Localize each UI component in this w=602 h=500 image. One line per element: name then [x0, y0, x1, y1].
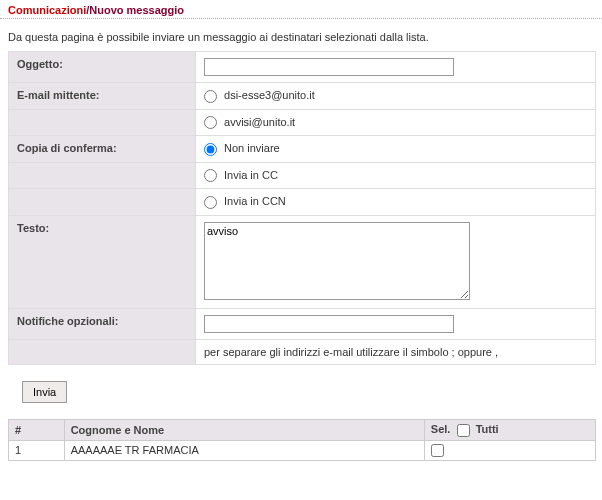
col-select: Sel. Tutti — [424, 419, 595, 440]
confirm-label-empty-2 — [9, 189, 196, 216]
sender-label-empty — [9, 109, 196, 136]
confirm-option-0-text: Non inviare — [224, 142, 280, 154]
recipients-table: # Cognome e Nome Sel. Tutti 1 AAAAAAE TR… — [8, 419, 596, 461]
confirm-option-2-text: Invia in CCN — [224, 195, 286, 207]
notify-help-empty — [9, 339, 196, 364]
sender-option-1-text: avvisi@unito.it — [224, 116, 295, 128]
confirm-option-2[interactable]: Invia in CCN — [204, 195, 286, 207]
sender-option-0[interactable]: dsi-esse3@unito.it — [204, 89, 315, 101]
table-row: 1 AAAAAAE TR FARMACIA — [9, 440, 596, 461]
select-all-label: Tutti — [476, 423, 499, 435]
col-index: # — [9, 419, 65, 440]
sender-radio-0[interactable] — [204, 90, 217, 103]
message-form: Oggetto: E-mail mittente: dsi-esse3@unit… — [8, 51, 596, 365]
confirm-label-empty-1 — [9, 162, 196, 189]
send-button[interactable]: Invia — [22, 381, 67, 403]
page-header: Comunicazioni/Nuovo messaggio — [0, 0, 602, 19]
confirm-radio-0[interactable] — [204, 143, 217, 156]
col-select-label: Sel. — [431, 423, 451, 435]
sender-option-0-text: dsi-esse3@unito.it — [224, 89, 315, 101]
page-description: Da questa pagina è possibile inviare un … — [0, 19, 602, 51]
sender-label: E-mail mittente: — [9, 83, 196, 110]
notify-help-text: per separare gli indirizzi e-mail utiliz… — [196, 339, 596, 364]
row-name: AAAAAAE TR FARMACIA — [64, 440, 424, 461]
breadcrumb-part-2: Nuovo messaggio — [89, 4, 184, 16]
confirm-option-1[interactable]: Invia in CC — [204, 169, 278, 181]
row-select-checkbox[interactable] — [431, 444, 444, 457]
notify-input[interactable] — [204, 315, 454, 333]
body-textarea[interactable] — [204, 222, 470, 300]
breadcrumb-part-1: Comunicazioni — [8, 4, 86, 16]
sender-radio-1[interactable] — [204, 116, 217, 129]
notify-label: Notifiche opzionali: — [9, 308, 196, 339]
sender-option-1[interactable]: avvisi@unito.it — [204, 116, 295, 128]
row-index: 1 — [9, 440, 65, 461]
confirm-option-0[interactable]: Non inviare — [204, 142, 280, 154]
confirm-radio-2[interactable] — [204, 196, 217, 209]
select-all-checkbox[interactable] — [457, 424, 470, 437]
subject-input[interactable] — [204, 58, 454, 76]
body-label: Testo: — [9, 215, 196, 308]
subject-label: Oggetto: — [9, 52, 196, 83]
confirm-label: Copia di conferma: — [9, 136, 196, 163]
col-name: Cognome e Nome — [64, 419, 424, 440]
confirm-radio-1[interactable] — [204, 169, 217, 182]
confirm-option-1-text: Invia in CC — [224, 169, 278, 181]
